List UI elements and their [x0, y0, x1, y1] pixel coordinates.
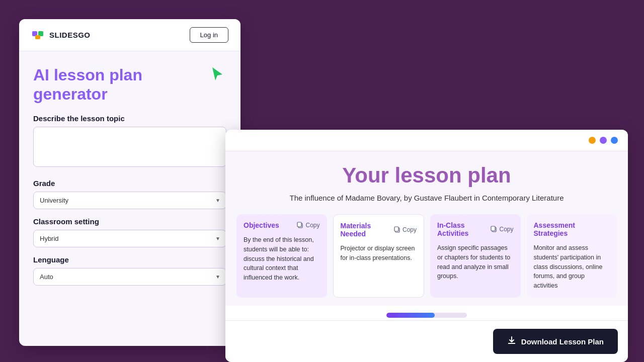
copy-icon	[297, 222, 303, 229]
objectives-title: Objectives	[244, 221, 279, 229]
copy-icon-materials	[394, 226, 400, 233]
card-assessment-header: Assessment Strategies	[534, 221, 610, 237]
describe-label: Describe the lesson topic	[33, 114, 226, 123]
objectives-copy-button[interactable]: Copy	[297, 222, 319, 229]
materials-copy-button[interactable]: Copy	[394, 226, 417, 233]
card-activities-header: In-Class Activities Copy	[437, 221, 514, 237]
classroom-select-wrapper: Hybrid In-person Online	[33, 230, 226, 247]
language-label: Lenguage	[33, 255, 226, 264]
language-select-wrapper: Auto English Spanish French	[33, 268, 226, 286]
lesson-plan-subtitle: The influence of Madame Bovary, by Gusta…	[225, 194, 628, 214]
card-materials: Materials Needed Copy Projector or displ…	[333, 214, 425, 298]
login-button[interactable]: Log in	[190, 27, 228, 43]
logo-text: SLIDESGO	[49, 31, 91, 39]
language-group: Lenguage Auto English Spanish French	[33, 255, 226, 286]
grade-label: Grade	[33, 179, 226, 188]
right-panel: Your lesson plan The influence of Madame…	[225, 130, 628, 362]
materials-title: Materials Needed	[341, 222, 394, 238]
language-select[interactable]: Auto English Spanish French	[33, 268, 226, 286]
activities-text: Assign specific passages or chapters for…	[437, 243, 514, 281]
classroom-group: Classroom setting Hybrid In-person Onlin…	[33, 217, 226, 247]
download-svg-icon	[507, 336, 516, 345]
classroom-select[interactable]: Hybrid In-person Online	[33, 230, 226, 247]
download-lesson-plan-button[interactable]: Download Lesson Plan	[493, 329, 618, 354]
card-assessment: Assessment Strategies Monitor and assess…	[527, 214, 617, 298]
right-panel-header	[225, 130, 628, 151]
cards-row: Objectives Copy By the end of this lesso…	[225, 214, 628, 298]
download-icon	[507, 336, 516, 347]
dot-purple	[600, 137, 607, 144]
download-label: Download Lesson Plan	[521, 337, 604, 346]
lesson-plan-title: Your lesson plan	[225, 151, 628, 194]
progress-fill	[386, 313, 435, 318]
activities-copy-button[interactable]: Copy	[491, 226, 513, 233]
classroom-label: Classroom setting	[33, 217, 226, 226]
window-dots	[589, 137, 618, 144]
grade-select-wrapper: University Elementary Middle School High…	[33, 192, 226, 209]
materials-copy-label: Copy	[403, 226, 417, 233]
svg-rect-6	[394, 227, 398, 231]
grade-group: Grade University Elementary Middle Schoo…	[33, 179, 226, 209]
form-area: AI lesson plan generator Describe the le…	[19, 51, 240, 308]
grade-select[interactable]: University Elementary Middle School High…	[33, 192, 226, 209]
objectives-copy-label: Copy	[305, 222, 319, 229]
card-objectives: Objectives Copy By the end of this lesso…	[236, 214, 327, 298]
progress-track[interactable]	[386, 313, 467, 318]
svg-rect-2	[35, 35, 40, 39]
title-row: AI lesson plan generator	[33, 65, 226, 114]
logo-container: SLIDESGO	[31, 28, 91, 42]
materials-text: Projector or display screen for in-class…	[341, 244, 417, 263]
cursor-icon	[208, 65, 226, 87]
left-panel: SLIDESGO Log in AI lesson plan generator…	[19, 19, 240, 346]
download-area: Download Lesson Plan	[225, 320, 628, 362]
header-bar: SLIDESGO Log in	[19, 19, 240, 51]
activities-copy-label: Copy	[499, 226, 513, 233]
svg-rect-8	[491, 226, 495, 231]
dot-blue	[611, 137, 618, 144]
page-title: AI lesson plan generator	[33, 65, 202, 104]
svg-rect-4	[297, 222, 301, 227]
objectives-text: By the end of this lesson, students will…	[244, 235, 320, 283]
activities-title: In-Class Activities	[437, 221, 491, 237]
copy-icon-activities	[491, 226, 497, 233]
card-materials-header: Materials Needed Copy	[341, 222, 417, 238]
assessment-title: Assessment Strategies	[534, 221, 610, 237]
assessment-text: Monitor and assess students' participati…	[534, 243, 610, 291]
dot-yellow	[589, 137, 596, 144]
lesson-topic-input[interactable]	[33, 127, 226, 167]
slidesgo-logo-icon	[31, 28, 45, 42]
card-activities: In-Class Activities Copy Assign specific…	[430, 214, 521, 298]
card-objectives-header: Objectives Copy	[244, 221, 320, 229]
